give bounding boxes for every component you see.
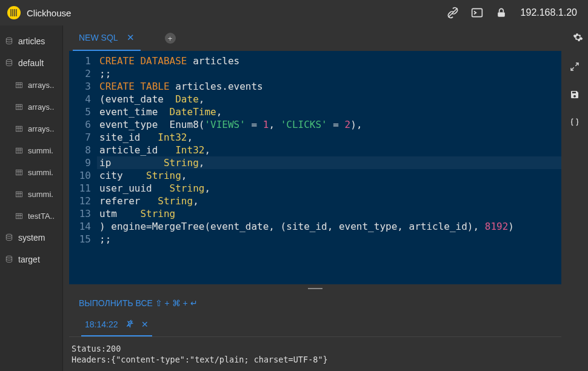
table-label: summi.	[28, 168, 53, 177]
database-icon	[4, 255, 15, 264]
table-icon	[13, 212, 24, 220]
editor-splitter[interactable]	[69, 284, 561, 293]
sql-editor[interactable]: 123456789101112131415 CREATE DATABASE ar…	[69, 51, 561, 284]
table-label: arrays..	[28, 102, 54, 112]
sidebar-table[interactable]: summi.	[0, 183, 62, 205]
sidebar-resize-handle[interactable]: ||	[62, 193, 63, 203]
result-tab-label: 18:14:22	[85, 319, 118, 329]
result-tabbar: 18:14:22 ✕	[69, 313, 561, 336]
svg-rect-13	[16, 104, 22, 110]
sidebar-table[interactable]: summi.	[0, 161, 62, 183]
editor-right-rail	[561, 51, 588, 371]
table-icon	[13, 125, 24, 133]
run-all-button[interactable]: ВЫПОЛНИТЬ ВСЕ ⇧ + ⌘ + ↵	[79, 298, 198, 308]
table-icon	[13, 147, 24, 155]
table-label: testTA..	[28, 212, 55, 221]
server-address: 192.168.1.20	[521, 7, 577, 18]
save-icon[interactable]	[570, 90, 580, 102]
table-icon	[13, 103, 24, 111]
svg-point-38	[6, 256, 12, 258]
sidebar-database[interactable]: target	[0, 249, 62, 270]
database-label: articles	[18, 36, 45, 46]
add-tab-button[interactable]: +	[165, 33, 176, 44]
pin-icon[interactable]	[125, 319, 134, 330]
table-label: summi.	[28, 190, 53, 199]
svg-rect-21	[16, 148, 22, 153]
braces-icon[interactable]	[570, 118, 580, 130]
table-icon	[13, 169, 24, 176]
table-icon	[13, 81, 24, 89]
svg-point-37	[6, 234, 12, 236]
console-icon[interactable]	[465, 7, 489, 19]
disconnect-icon[interactable]	[441, 7, 465, 19]
gear-icon[interactable]	[573, 32, 583, 45]
editor-gutter: 123456789101112131415	[69, 51, 97, 284]
svg-rect-25	[16, 170, 22, 175]
sidebar-table[interactable]: testTA..	[0, 205, 62, 227]
database-icon	[4, 37, 15, 45]
close-icon[interactable]: ✕	[141, 319, 149, 329]
sidebar-database[interactable]: system	[0, 227, 62, 249]
lock-icon[interactable]	[489, 7, 513, 19]
svg-line-41	[571, 67, 574, 70]
database-label: system	[18, 233, 45, 242]
svg-point-7	[6, 38, 12, 39]
result-body: Status:200 Headers:{"content-type":"text…	[69, 336, 561, 371]
tab-active[interactable]: NEW SQL ✕	[73, 25, 141, 51]
sidebar-table[interactable]: arrays..	[0, 74, 62, 96]
sidebar-database[interactable]: default	[0, 52, 62, 74]
sidebar-table[interactable]: arrays..	[0, 96, 62, 118]
app-logo	[7, 6, 21, 19]
table-label: arrays..	[28, 81, 54, 90]
editor-code[interactable]: CREATE DATABASE articles;;CREATE TABLE a…	[97, 51, 561, 284]
database-label: default	[18, 58, 44, 68]
database-sidebar: articlesdefaultarrays..arrays..arrays..s…	[0, 25, 63, 371]
run-bar: ВЫПОЛНИТЬ ВСЕ ⇧ + ⌘ + ↵	[69, 293, 561, 313]
database-icon	[4, 59, 15, 67]
table-label: arrays..	[28, 124, 54, 133]
svg-rect-5	[472, 8, 482, 16]
app-header: Clickhouse 192.168.1.20	[0, 0, 588, 25]
svg-rect-29	[16, 192, 22, 197]
svg-line-40	[575, 63, 578, 66]
editor-tabbar: NEW SQL ✕ +	[63, 25, 588, 51]
fullscreen-icon[interactable]	[570, 62, 580, 74]
database-label: target	[18, 255, 40, 264]
tab-label: NEW SQL	[79, 33, 118, 42]
sidebar-database[interactable]: articles	[0, 30, 62, 52]
table-icon	[13, 190, 24, 198]
result-tab[interactable]: 18:14:22 ✕	[81, 313, 152, 336]
close-icon[interactable]: ✕	[127, 32, 135, 43]
svg-rect-6	[498, 12, 505, 16]
app-title: Clickhouse	[27, 8, 71, 18]
svg-rect-33	[16, 213, 22, 219]
svg-rect-9	[16, 82, 22, 88]
table-label: summi.	[28, 146, 53, 155]
svg-point-8	[6, 59, 12, 62]
database-icon	[4, 233, 15, 242]
sidebar-table[interactable]: arrays..	[0, 118, 62, 139]
svg-rect-17	[16, 126, 22, 132]
sidebar-table[interactable]: summi.	[0, 139, 62, 161]
